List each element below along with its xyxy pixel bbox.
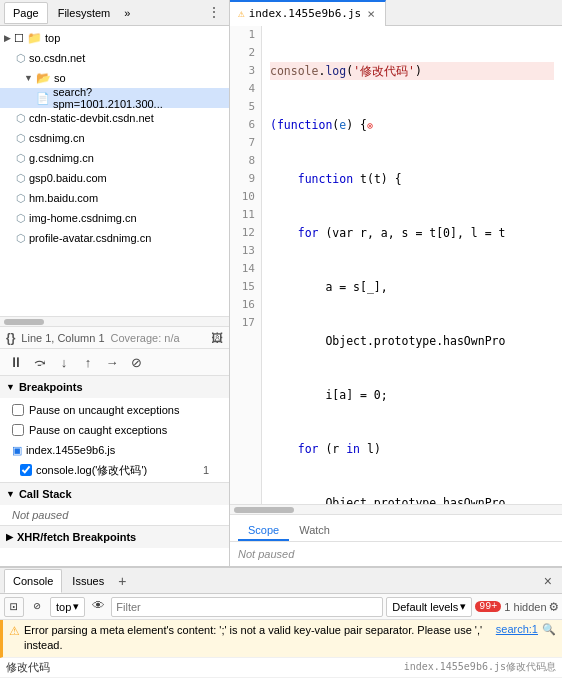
tree-item-hm[interactable]: ⬡ hm.baidu.com bbox=[0, 188, 229, 208]
tab-page[interactable]: Page bbox=[4, 2, 48, 24]
hscroll-thumb[interactable] bbox=[4, 319, 44, 325]
tree-item-cdn[interactable]: ⬡ cdn-static-devbit.csdn.net bbox=[0, 108, 229, 128]
bp-entry-row[interactable]: console.log('修改代码') 1 bbox=[0, 460, 229, 480]
error-badge: 99+ bbox=[475, 601, 501, 612]
file-tree[interactable]: ▶ ☐ 📁 top ⬡ so.csdn.net ▼ 📂 so bbox=[0, 26, 229, 316]
file-tab-warn-icon: ⚠ bbox=[238, 7, 245, 20]
tree-label: so.csdn.net bbox=[29, 52, 85, 64]
tree-item-profile[interactable]: ⬡ profile-avatar.csdnimg.cn bbox=[0, 228, 229, 248]
tree-item-so-csdn[interactable]: ⬡ so.csdn.net bbox=[0, 48, 229, 68]
file-tab-close-icon[interactable]: × bbox=[365, 6, 377, 21]
code-hscroll[interactable] bbox=[230, 504, 562, 514]
bp-entry-checkbox[interactable] bbox=[20, 464, 32, 476]
left-panel-tabs: Page Filesystem » ⋮ bbox=[0, 0, 230, 25]
tree-label: hm.baidu.com bbox=[29, 192, 98, 204]
xhr-header[interactable]: ▶ XHR/fetch Breakpoints bbox=[0, 526, 229, 548]
tree-label: so bbox=[54, 72, 66, 84]
cs-triangle: ▼ bbox=[6, 489, 15, 499]
file-doc-icon: 📄 bbox=[36, 92, 50, 105]
code-icon: {} bbox=[6, 331, 15, 345]
close-console-button[interactable]: × bbox=[538, 570, 558, 592]
level-selector[interactable]: Default levels ▾ bbox=[386, 597, 472, 617]
tree-item-gsp0[interactable]: ⬡ gsp0.baidu.com bbox=[0, 168, 229, 188]
step-out-button[interactable]: ↑ bbox=[78, 352, 98, 372]
plain-msg-right: index.1455e9b6.js修改代码息 bbox=[404, 660, 556, 674]
clear-console-button[interactable]: ⊡ bbox=[4, 597, 24, 617]
folder-collapse-icon: ▶ bbox=[4, 33, 11, 43]
app-root: Page Filesystem » ⋮ ⚠ index.1455e9b6.js … bbox=[0, 0, 562, 688]
domain-icon-2: ⬡ bbox=[16, 112, 26, 125]
code-status-bar: {} Line 1, Column 1 Coverage: n/a 🖼 bbox=[0, 326, 229, 348]
pause-button[interactable]: ⏸ bbox=[6, 352, 26, 372]
scope-watch-tabs: Scope Watch bbox=[230, 514, 562, 542]
tree-label: img-home.csdnimg.cn bbox=[29, 212, 137, 224]
file-tab-active[interactable]: ⚠ index.1455e9b6.js × bbox=[230, 0, 386, 26]
tree-item-so-folder[interactable]: ▼ 📂 so bbox=[0, 68, 229, 88]
tree-hscroll[interactable] bbox=[0, 316, 229, 326]
tree-item-csdnimg[interactable]: ⬡ csdnimg.cn bbox=[0, 128, 229, 148]
pause-caught-checkbox[interactable] bbox=[12, 424, 24, 436]
watch-tab[interactable]: Watch bbox=[289, 521, 340, 541]
pause-uncaught-item[interactable]: Pause on uncaught exceptions bbox=[0, 400, 229, 420]
scope-tab[interactable]: Scope bbox=[238, 521, 289, 541]
eye-toggle-button[interactable]: 👁 bbox=[88, 597, 108, 617]
call-stack-header[interactable]: ▼ Call Stack bbox=[0, 483, 229, 505]
step-button[interactable]: → bbox=[102, 352, 122, 372]
breakpoints-header[interactable]: ▼ Breakpoints bbox=[0, 376, 229, 398]
breakpoints-section: ▼ Breakpoints Pause on uncaught exceptio… bbox=[0, 376, 229, 483]
settings-icon[interactable]: ⚙ bbox=[550, 598, 558, 615]
step-over-button[interactable]: ⤼ bbox=[30, 352, 50, 372]
tree-item-search-file[interactable]: 📄 search?spm=1001.2101.300... bbox=[0, 88, 229, 108]
domain-icon-1: ⬡ bbox=[16, 52, 26, 65]
pause-caught-item[interactable]: Pause on caught exceptions bbox=[0, 420, 229, 440]
pause-uncaught-checkbox[interactable] bbox=[12, 404, 24, 416]
console-plain-msg: 修改代码 index.1455e9b6.js修改代码息 bbox=[0, 658, 562, 678]
bottom-panel: Console Issues + × ⊡ ⊘ top ▾ 👁 Default l… bbox=[0, 566, 562, 688]
panel-menu-icon[interactable]: ⋮ bbox=[203, 2, 225, 23]
deactivate-button[interactable]: ⊘ bbox=[126, 352, 146, 372]
warn-search-icon[interactable]: 🔍 bbox=[542, 623, 556, 636]
add-tab-button[interactable]: + bbox=[114, 570, 130, 592]
tab-more[interactable]: » bbox=[120, 5, 134, 21]
tree-label-top: top bbox=[45, 32, 60, 44]
console-tab-active[interactable]: Console bbox=[4, 569, 62, 593]
status-coverage: Coverage: n/a bbox=[111, 332, 180, 344]
tree-item-img-home[interactable]: ⬡ img-home.csdnimg.cn bbox=[0, 208, 229, 228]
warn-link[interactable]: search:1 bbox=[496, 623, 538, 635]
bp-entry-label: console.log('修改代码') bbox=[36, 463, 147, 478]
scope-content: Not paused bbox=[230, 542, 562, 566]
issues-tab[interactable]: Issues bbox=[64, 569, 112, 593]
pause-caught-label: Pause on caught exceptions bbox=[29, 424, 167, 436]
bp-file-label: index.1455e9b6.js bbox=[26, 444, 115, 456]
line-numbers: 1 2345 678910 1112131415 1617 bbox=[230, 26, 262, 504]
tree-folder-open-icon: 📂 bbox=[36, 71, 51, 85]
warn-icon: ⚠ bbox=[9, 624, 20, 638]
tree-item-g-csdn[interactable]: ⬡ g.csdnimg.cn bbox=[0, 148, 229, 168]
xhr-triangle: ▶ bbox=[6, 532, 13, 542]
tab-filesystem[interactable]: Filesystem bbox=[50, 2, 119, 24]
warn-text: Error parsing a meta element's content: … bbox=[24, 623, 492, 654]
tree-label: csdnimg.cn bbox=[29, 132, 85, 144]
tree-label: gsp0.baidu.com bbox=[29, 172, 107, 184]
filter-input[interactable] bbox=[111, 597, 383, 617]
domain-icon-7: ⬡ bbox=[16, 212, 26, 225]
domain-icon-3: ⬡ bbox=[16, 132, 26, 145]
context-arrow: ▾ bbox=[73, 600, 79, 613]
tree-item-top[interactable]: ▶ ☐ 📁 top bbox=[0, 28, 229, 48]
step-into-button[interactable]: ↓ bbox=[54, 352, 74, 372]
bp-file-row[interactable]: ▣ index.1455e9b6.js bbox=[0, 440, 229, 460]
bp-file-icon: ▣ bbox=[12, 444, 22, 457]
call-stack-status: Not paused bbox=[0, 505, 229, 525]
xhr-section: ▶ XHR/fetch Breakpoints bbox=[0, 526, 229, 548]
domain-icon-6: ⬡ bbox=[16, 192, 26, 205]
file-tab-label: index.1455e9b6.js bbox=[249, 7, 362, 20]
code-editor: 1 2345 678910 1112131415 1617 console.lo… bbox=[230, 26, 562, 566]
filter-toggle-button[interactable]: ⊘ bbox=[27, 597, 47, 617]
context-selector[interactable]: top ▾ bbox=[50, 597, 85, 617]
bp-triangle: ▼ bbox=[6, 382, 15, 392]
status-screenshot-icon[interactable]: 🖼 bbox=[211, 331, 223, 345]
top-tab-bar: Page Filesystem » ⋮ ⚠ index.1455e9b6.js … bbox=[0, 0, 562, 26]
hidden-count: 1 hidden bbox=[504, 601, 546, 613]
console-tab-bar: Console Issues + × bbox=[0, 568, 562, 594]
code-scroll-area[interactable]: 1 2345 678910 1112131415 1617 console.lo… bbox=[230, 26, 562, 504]
